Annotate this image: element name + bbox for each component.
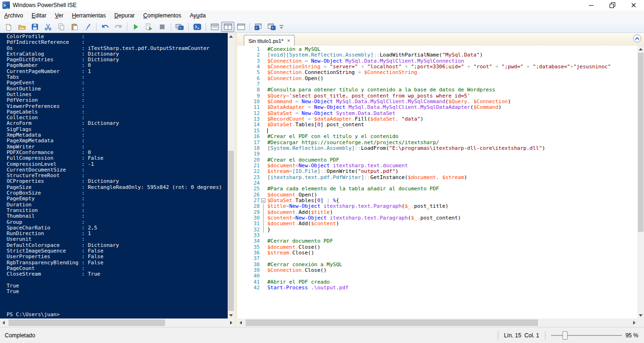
toolbar-separator — [188, 23, 189, 31]
editor-vscroll-thumb[interactable] — [638, 53, 644, 232]
fold-column — [260, 245, 267, 250]
save-button[interactable] — [28, 22, 41, 32]
console-line: ViewerPreferences : — [7, 104, 228, 109]
fold-column — [260, 128, 267, 134]
fold-column — [260, 140, 267, 146]
fold-column — [260, 186, 267, 192]
scroll-up-icon[interactable] — [228, 33, 234, 40]
fold-column — [260, 47, 267, 52]
new-script-button[interactable] — [2, 22, 15, 32]
line-number: 11 — [237, 105, 260, 110]
fold-marker — [260, 210, 267, 215]
console-pane[interactable]: ColorProfile : PdfIndirectReference : Os… — [0, 33, 234, 318]
titlebar: >_ Windows PowerShell ISE — [0, 0, 644, 10]
menu-archivo[interactable]: Archivo — [0, 11, 27, 20]
zoom-level-label: 95 % — [626, 332, 638, 339]
paste-button[interactable] — [68, 22, 81, 32]
statusbar-separator — [498, 331, 498, 340]
run-selection-button[interactable] — [142, 22, 156, 32]
line-number: 37 — [237, 256, 260, 261]
close-powershell-tab-button[interactable] — [265, 22, 278, 32]
layout-script-right-button[interactable] — [221, 22, 234, 32]
menu-complementos[interactable]: Complementos — [139, 11, 186, 20]
restore-button[interactable] — [602, 0, 623, 10]
scroll-down-icon[interactable] — [228, 312, 234, 318]
zoom-slider[interactable] — [551, 331, 622, 340]
line-number: 2 — [237, 52, 260, 58]
menu-ayuda[interactable]: Ayuda — [186, 11, 210, 20]
fold-marker — [260, 215, 267, 221]
console-line: PS C:\Users\juan> — [7, 312, 228, 318]
scroll-left-icon[interactable] — [0, 319, 7, 326]
scroll-up-icon[interactable] — [637, 46, 644, 52]
stop-square-icon — [158, 23, 166, 31]
fold-column — [260, 146, 267, 151]
fold-column — [260, 163, 267, 169]
menu-depurar[interactable]: Depurar — [110, 11, 139, 20]
zoom-slider-thumb[interactable] — [562, 331, 568, 340]
hscroll-row — [0, 318, 644, 327]
script-tabbar: Sin título1.ps1* × — [237, 33, 644, 46]
editor-vertical-scrollbar[interactable] — [637, 46, 644, 318]
menubar: ArchivoEditarVerHerramientasDepurarCompl… — [0, 10, 644, 21]
menu-editar[interactable]: Editar — [27, 11, 50, 20]
fold-column — [260, 151, 267, 157]
overflow-chevron-icon — [279, 24, 284, 30]
line-number: 8 — [237, 87, 260, 93]
fold-marker — [260, 221, 267, 227]
minimize-button[interactable] — [580, 0, 602, 10]
tab-close-icon[interactable]: × — [287, 38, 290, 43]
run-script-button[interactable] — [129, 22, 142, 32]
new-remote-powershell-tab-button[interactable] — [173, 22, 186, 32]
start-powershell-console-button[interactable] — [190, 22, 204, 32]
editor-hscroll-thumb[interactable] — [246, 319, 538, 326]
layout-script-max-button[interactable] — [234, 22, 248, 32]
line-col-indicator: Lín. 15 Col. 1 — [504, 332, 539, 339]
editor-horizontal-scrollbar[interactable] — [237, 318, 637, 327]
scroll-right-icon[interactable] — [228, 319, 234, 326]
console-vscroll-thumb[interactable] — [228, 151, 234, 311]
script-tab[interactable]: Sin título1.ps1* × — [244, 35, 295, 46]
console-vertical-scrollbar[interactable] — [228, 33, 234, 318]
console-horizontal-scrollbar[interactable] — [0, 318, 234, 327]
toolbar — [0, 21, 644, 33]
redo-button[interactable] — [112, 22, 125, 32]
restore-icon — [609, 1, 616, 9]
layout-script-top-icon — [211, 23, 219, 31]
zoom-slider-track[interactable] — [551, 335, 622, 336]
toolbar-separator — [206, 23, 206, 31]
fold-column — [260, 268, 267, 273]
new-powershell-tab-button[interactable] — [252, 22, 265, 32]
redo-arrow-icon — [114, 23, 123, 31]
console-line: PageNumber : 0 — [7, 63, 228, 68]
toolbar-separator — [127, 23, 127, 31]
stop-button[interactable] — [156, 22, 169, 32]
close-button[interactable] — [623, 0, 644, 10]
collapse-script-pane-button[interactable] — [633, 34, 641, 42]
console-hscroll-thumb[interactable] — [8, 319, 165, 326]
console-line: PdfVersion : — [7, 98, 228, 103]
powershell-app-icon: >_ — [2, 1, 10, 9]
toolbar-overflow-button[interactable] — [279, 24, 284, 30]
undo-button[interactable] — [99, 22, 112, 32]
copy-button[interactable] — [55, 22, 68, 32]
line-number: 22 — [237, 169, 260, 174]
cut-button[interactable] — [41, 22, 55, 32]
fold-column — [260, 116, 267, 122]
menu-herramientas[interactable]: Herramientas — [67, 11, 110, 20]
script-editor[interactable]: 1#Conexión a MySQL2[void][System.Reflect… — [237, 46, 637, 318]
scroll-right-icon[interactable] — [631, 319, 637, 326]
scroll-left-icon[interactable] — [237, 319, 244, 326]
fold-column — [260, 157, 267, 163]
fold-marker[interactable]: − — [260, 198, 267, 204]
open-script-button[interactable] — [15, 22, 28, 32]
layout-script-top-button[interactable] — [208, 22, 221, 32]
console-line: PageXmpMetadata : — [7, 138, 228, 144]
clear-console-button[interactable] — [81, 22, 94, 32]
menu-ver[interactable]: Ver — [50, 11, 67, 20]
fold-column — [260, 250, 267, 256]
new-remote-powershell-tab-icon — [175, 23, 184, 31]
scroll-down-icon[interactable] — [637, 312, 644, 318]
line-number: 40 — [237, 273, 260, 279]
fold-column — [260, 52, 267, 58]
